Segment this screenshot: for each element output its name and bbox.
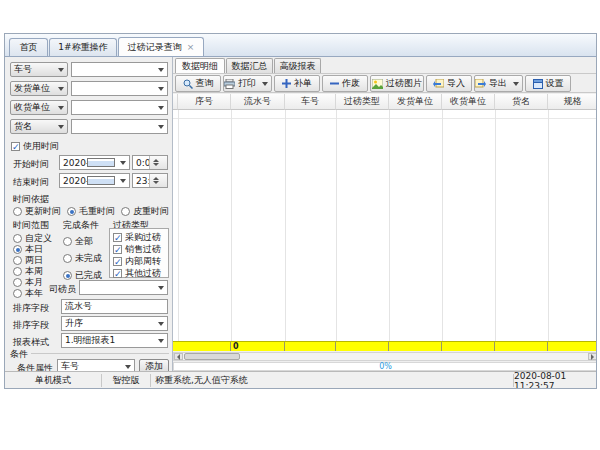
chevron-down-icon [58,68,64,72]
export-button[interactable]: 导出 [474,75,523,92]
column-header-serial[interactable]: 流水号 [231,94,285,110]
radio-completion-unfinished[interactable]: 未完成 [63,252,102,265]
end-date-value: 2020-08-01 [60,176,87,186]
calendar-icon [87,158,116,167]
column-header-vehicle[interactable]: 车号 [285,94,336,110]
add-condition-button[interactable]: 添加 [139,359,169,371]
checkbox-check-icon: ✓ [113,245,122,254]
end-time-label: 结束时间 [13,176,49,189]
spinner-icon[interactable] [149,174,168,187]
radio-label: 本年 [25,287,43,300]
end-date-field[interactable]: 2020-08-01 [59,173,130,188]
summary-cell [336,342,389,351]
chevron-down-icon [120,161,126,165]
query-button[interactable]: 查询 [175,75,221,92]
use-time-checkbox[interactable]: ✓ 使用时间 [11,140,59,153]
column-header-seq[interactable]: 序号 [178,94,231,110]
horizontal-scrollbar[interactable] [173,352,597,361]
filter-panel: 车号 发货单位 收货单位 货名 ✓ 使用时间 开始时间 20 [5,57,173,371]
column-header-sender[interactable]: 发货单位 [389,94,442,110]
use-time-label: 使用时间 [23,140,59,153]
sender-value-combo[interactable] [71,81,168,96]
tab-home[interactable]: 首页 [9,38,48,56]
checkbox-check-icon: ✓ [113,269,122,278]
spinner-icon[interactable] [149,156,168,169]
checkbox-other-weigh[interactable]: ✓其他过磅 [113,267,161,280]
radio-tare-time[interactable]: 皮重时间 [121,205,169,218]
image-icon [372,79,383,89]
start-time-value: 0:00:00 [133,158,149,168]
column-header-receiver[interactable]: 收货单位 [442,94,495,110]
status-datetime: 2020-08-01 11:23:57 [514,372,596,389]
status-mode-label: 单机模式 [35,374,71,387]
receiver-field-label: 收货单位 [11,101,55,114]
chevron-down-icon [158,286,164,290]
radio-completion-all[interactable]: 全部 [63,235,93,248]
column-header-label: 序号 [195,96,213,106]
tab-data-summary[interactable]: 数据汇总 [226,58,273,73]
tab-record-query[interactable]: 过磅记录查询 × [118,37,204,56]
toolbar: 查询 打印 补单 作废 过磅图片 导入 导出 设置 [173,73,597,93]
status-bar: 单机模式 智控版 称重系统,无人值守系统 2020-08-01 11:23:57 [5,371,596,389]
goods-value-combo[interactable] [71,119,168,134]
status-datetime-label: 2020-08-01 11:23:57 [514,371,596,390]
progress-percent: 0% [379,362,392,371]
sort-field-input[interactable]: 流水号 [61,299,168,314]
radio-range-year[interactable]: 本年 [13,287,43,300]
sender-field-selector[interactable]: 发货单位 [10,81,68,96]
report-style-combo[interactable]: 1.明细报表1 [61,333,168,348]
column-header-goods[interactable]: 货名 [495,94,548,110]
radio-label: 毛重时间 [79,205,115,218]
tab-data-detail[interactable]: 数据明细 [175,58,225,74]
gear-icon [533,79,543,89]
column-header-label: 流水号 [244,96,271,106]
void-button[interactable]: 作废 [322,75,368,92]
tab-home-label: 首页 [20,41,38,54]
receiver-field-selector[interactable]: 收货单位 [10,100,68,115]
summary-cell [495,342,548,351]
scroll-right-button[interactable] [588,353,597,360]
status-edition-label: 智控版 [113,374,140,387]
supplement-order-button[interactable]: 补单 [274,75,320,92]
receiver-value-combo[interactable] [71,100,168,115]
status-mode: 单机模式 [5,372,101,389]
vehicle-value-combo[interactable] [71,62,168,77]
sort-order-combo[interactable]: 升序 [61,316,168,331]
tab-weigh-operation[interactable]: 1#称重操作 [49,38,117,56]
chevron-down-icon [158,106,164,110]
sort-order-label: 排序字段 [13,319,49,332]
scroll-left-button[interactable] [174,353,183,360]
column-header-label: 发货单位 [397,96,433,106]
vehicle-field-label: 车号 [11,63,55,76]
goods-field-selector[interactable]: 货名 [10,119,68,134]
tab-advanced-report[interactable]: 高级报表 [274,58,321,73]
condition-attr-combo[interactable]: 车号 [57,359,135,371]
plus-icon [282,79,291,88]
status-system-label: 称重系统,无人值守系统 [155,374,248,387]
sort-field-label: 排序字段 [13,302,49,315]
summary-cell [389,342,442,351]
radio-update-time[interactable]: 更新时间 [13,205,61,218]
app-window: 首页 1#称重操作 过磅记录查询 × 车号 发货单位 收货单位 [4,33,597,389]
print-button[interactable]: 打印 [223,75,272,92]
vehicle-field-selector[interactable]: 车号 [10,62,68,77]
column-header-spec[interactable]: 规格 [548,94,597,110]
chevron-down-icon [158,322,164,326]
import-button[interactable]: 导入 [426,75,472,92]
checkbox-check-icon: ✓ [11,142,20,151]
start-time-field[interactable]: 0:00:00 [132,155,168,170]
add-condition-label: 添加 [145,361,163,371]
data-grid-body[interactable] [173,110,597,341]
close-tab-icon[interactable]: × [187,43,195,52]
search-icon [183,79,193,89]
weigh-photos-label: 过磅图片 [386,77,422,90]
start-date-field[interactable]: 2020-08-01 [59,155,130,170]
scrollbar-thumb[interactable] [184,353,240,360]
operator-combo[interactable] [79,280,168,295]
end-time-field[interactable]: 23:59:59 [132,173,168,188]
column-header-label: 规格 [564,96,582,106]
column-header-weigh-type[interactable]: 过磅类型 [336,94,389,110]
weigh-photos-button[interactable]: 过磅图片 [370,75,424,92]
settings-button[interactable]: 设置 [525,75,571,92]
radio-gross-time[interactable]: 毛重时间 [67,205,115,218]
